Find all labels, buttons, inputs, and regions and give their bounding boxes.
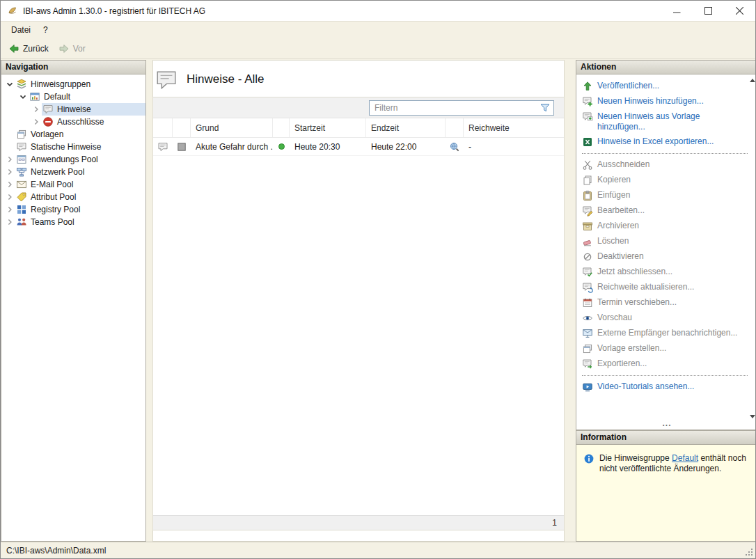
action-einf-gen[interactable]: Einfügen [582,188,752,203]
minimize-button[interactable] [661,1,693,21]
right-column: Aktionen Veröffentlichen...Neuen Hinweis… [576,60,756,542]
menu-datei[interactable]: Datei [5,23,37,37]
actions-overflow-ellipsis: ... [582,420,752,427]
action-vorschau[interactable]: Vorschau [582,310,752,326]
action-bearbeiten[interactable]: Bearbeiten... [582,203,752,219]
nav-item-netzwerk-pool[interactable]: Netzwerk Pool [1,166,145,178]
actions-separator [582,153,748,154]
forward-label: Vor [73,44,86,54]
action-reichweite-aktualisieren[interactable]: Reichweite aktualisieren... [582,280,752,295]
column-header-reichweite[interactable]: Reichweite [464,118,564,137]
table-row[interactable]: Akute Gefahr durch ... Heute 20:30 Heute… [153,138,564,156]
nav-item-hinweise[interactable]: Hinweise [1,103,145,116]
nav-item-label: Registry Pool [29,205,83,214]
chevron-collapsed-icon[interactable] [4,154,15,165]
action-vorlage-erstellen[interactable]: Vorlage erstellen... [582,341,752,356]
action-label: Einfügen [597,190,630,200]
scroll-up-button[interactable] [750,79,755,82]
maximize-button[interactable] [693,1,724,21]
scroll-down-button[interactable] [750,415,755,418]
action-exportieren[interactable]: Exportieren... [582,356,752,372]
information-text: Die Hinweisgruppe Default enthält noch n… [599,453,750,474]
deactivate-icon [582,251,593,262]
chevron-collapsed-icon[interactable] [31,116,42,127]
column-header-status[interactable] [273,118,290,137]
nav-item-statische-hinweise[interactable]: Statische Hinweise [1,141,145,153]
close-button[interactable] [724,1,755,21]
action-video-tutorials-ansehen[interactable]: Video-Tutorials ansehen... [582,379,752,395]
hints-icon [42,104,54,115]
nav-item-label: E-Mail Pool [29,180,76,189]
resize-grip[interactable] [746,548,753,556]
chevron-collapsed-icon[interactable] [4,204,15,215]
filter-funnel-icon[interactable] [540,102,551,113]
content-area: Navigation HinweisgruppenDefaultHinweise… [1,60,755,542]
teams-pool-icon [16,216,27,228]
refresh-icon [582,282,593,293]
action-l-schen[interactable]: Löschen [582,234,752,249]
status-active-icon [278,143,285,150]
actions-list: Veröffentlichen...Neuen Hinweis hinzufüg… [582,79,752,395]
edit-icon [582,205,593,216]
action-hinweise-in-excel-exportieren[interactable]: Hinweise in Excel exportieren... [582,134,752,150]
action-externe-empf-nger-benachrichtigen[interactable]: Externe Empfänger benachrichtigen... [582,326,752,341]
nav-item-attribut-pool[interactable]: Attribut Pool [1,191,145,203]
chevron-collapsed-icon[interactable] [4,216,15,228]
nav-item-ausschl-sse[interactable]: Ausschlüsse [1,116,145,128]
action-ver-ffentlichen[interactable]: Veröffentlichen... [582,79,752,94]
actions-panel: Aktionen Veröffentlichen...Neuen Hinweis… [576,60,756,430]
menu-help[interactable]: ? [37,23,54,37]
chevron-expanded-icon[interactable] [4,79,15,90]
action-neuen-hinweis-aus-vorlage-hinzuf-gen[interactable]: Neuen Hinweis aus Vorlage hinzufügen... [582,109,752,134]
column-header-endzeit[interactable]: Endzeit [366,118,446,137]
action-termin-verschieben[interactable]: Termin verschieben... [582,295,752,310]
action-jetzt-abschliessen[interactable]: Jetzt abschliessen... [582,265,752,280]
chevron-collapsed-icon[interactable] [4,179,15,190]
nav-item-label: Vorlagen [29,129,66,139]
column-header-reach-icon[interactable] [446,118,464,137]
nav-item-body: Anwendungs Pool [15,153,145,166]
menubar: Datei ? [1,22,755,38]
window-controls [661,1,755,21]
statusbar: C:\IBI-aws\Admin\Data.xml [1,542,755,558]
nav-item-label: Hinweisgruppen [29,79,93,89]
nav-item-hinweisgruppen[interactable]: Hinweisgruppen [1,78,145,90]
nav-item-anwendungs-pool[interactable]: Anwendungs Pool [1,153,145,166]
actions-body: Veröffentlichen...Neuen Hinweis hinzufüg… [576,74,756,430]
nav-item-default[interactable]: Default [1,90,145,103]
column-header-hint-icon[interactable] [153,118,173,137]
templates-icon [16,129,27,140]
column-header-startzeit[interactable]: Startzeit [290,118,366,137]
cell-endzeit: Heute 22:00 [366,142,446,152]
action-ausschneiden[interactable]: Ausschneiden [582,157,752,173]
hint-bubble-icon [157,141,168,152]
chevron-collapsed-icon[interactable] [4,166,15,178]
paste-icon [582,190,593,201]
action-deaktivieren[interactable]: Deaktivieren [582,249,752,265]
back-button[interactable]: Zurück [3,40,54,57]
titlebar: IBI-aws Admin 1.30.0 - registriert für I… [1,1,755,22]
archive-icon [582,221,593,232]
navigation-header: Navigation [1,61,145,74]
column-header-priority[interactable] [173,118,191,137]
column-header-grund[interactable]: Grund [191,118,273,137]
forward-button[interactable]: Vor [54,40,90,57]
action-archivieren[interactable]: Archivieren [582,219,752,234]
preview-icon [582,313,593,324]
action-kopieren[interactable]: Kopieren [582,173,752,188]
nav-item-registry-pool[interactable]: Registry Pool [1,203,145,216]
info-default-link[interactable]: Default [672,453,698,463]
filter-input[interactable] [370,103,540,113]
chevron-collapsed-icon[interactable] [31,104,42,115]
cell-reichweite: - [464,142,564,152]
nav-item-e-mail-pool[interactable]: E-Mail Pool [1,178,145,191]
info-text-before: Die Hinweisgruppe [599,453,672,463]
chevron-collapsed-icon[interactable] [4,191,15,203]
nav-item-teams-pool[interactable]: Teams Pool [1,216,145,228]
chevron-expanded-icon[interactable] [17,91,29,102]
status-path: C:\IBI-aws\Admin\Data.xml [6,546,106,556]
hints-title-icon [155,70,178,89]
action-neuen-hinweis-hinzuf-gen[interactable]: Neuen Hinweis hinzufügen... [582,94,752,109]
nav-item-vorlagen[interactable]: Vorlagen [1,128,145,141]
action-label: Exportieren... [597,359,647,369]
